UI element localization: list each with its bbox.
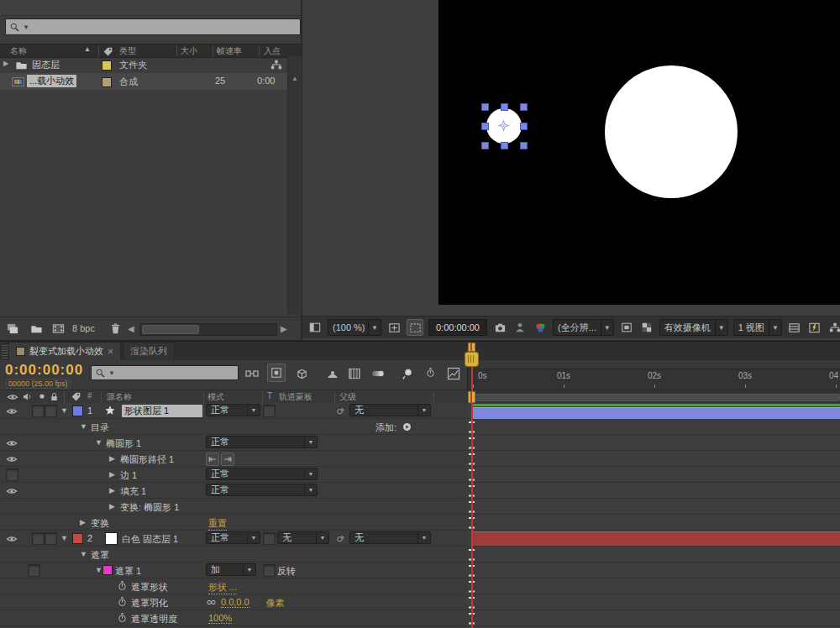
layer1-duration-bar[interactable] <box>471 407 840 419</box>
t-column[interactable]: T <box>267 391 272 400</box>
property-row[interactable]: ▶填充 1正常▼ <box>0 483 467 499</box>
parent-dropdown[interactable]: 无▼ <box>349 531 431 544</box>
selection-handle[interactable] <box>520 142 528 149</box>
trkmat-checkbox[interactable] <box>263 532 276 545</box>
transparency-grid-icon[interactable] <box>639 320 654 335</box>
property-row[interactable]: 遮罩透明度100% <box>0 610 467 626</box>
property-row[interactable]: ▶变换重置 <box>0 515 467 531</box>
grid-guides-icon[interactable] <box>787 320 802 335</box>
delete-icon[interactable] <box>109 322 122 335</box>
work-area-start-marker[interactable] <box>468 343 475 352</box>
track-row[interactable] <box>467 531 840 547</box>
hscroll-right-icon[interactable]: ▶ <box>281 323 287 335</box>
twirl-open-icon[interactable]: ▼ <box>60 534 68 542</box>
blend-mode-dropdown[interactable]: 正常▼ <box>206 531 260 544</box>
track-row[interactable] <box>467 563 840 578</box>
time-ruler[interactable]: 0s01s02s03s04 <box>467 360 840 390</box>
active-camera-dropdown[interactable]: 有效摄像机 ▼ <box>659 319 728 336</box>
track-row[interactable] <box>467 547 840 563</box>
selection-handle[interactable] <box>481 142 489 149</box>
track-row[interactable] <box>467 467 840 483</box>
motion-blur-icon[interactable] <box>371 367 385 380</box>
path-direction-right-icon[interactable] <box>221 453 234 466</box>
trkmat-column[interactable]: 轨道蒙板 <box>279 391 312 403</box>
twirl-closed-icon[interactable]: ▶ <box>109 502 115 510</box>
timeline-search-input[interactable]: ▼ <box>91 365 239 380</box>
project-vertical-scrollbar[interactable]: ▲ <box>287 56 302 315</box>
current-time-display[interactable]: 0:00:00:00 <box>5 362 83 379</box>
row-name[interactable]: 填充 1 <box>120 485 146 498</box>
row-name[interactable]: 边 1 <box>120 469 137 482</box>
property-value[interactable]: 100% <box>208 613 232 624</box>
track-row[interactable] <box>467 578 840 594</box>
property-value[interactable]: 重置 <box>208 517 227 531</box>
current-time-indicator-handle[interactable] <box>465 352 479 367</box>
visibility-eye-icon[interactable] <box>6 437 18 449</box>
property-row[interactable]: ▼椭圆形 1正常▼ <box>0 435 467 451</box>
column-size[interactable]: 大小 <box>181 45 197 57</box>
row-name[interactable]: 遮罩 <box>91 549 109 562</box>
project-horizontal-scrollbar[interactable] <box>139 323 277 336</box>
lock-checkbox[interactable] <box>45 405 57 417</box>
row-name[interactable]: 目录 <box>91 421 109 434</box>
track-row[interactable] <box>467 419 840 435</box>
mask-color-chip[interactable] <box>102 565 113 575</box>
project-search-input[interactable]: ▼ <box>5 18 301 35</box>
snapshot-icon[interactable] <box>492 320 507 335</box>
target-region-icon[interactable] <box>619 320 634 335</box>
label-color-chip[interactable] <box>102 77 112 87</box>
dimension-link-icon[interactable] <box>206 597 217 608</box>
resolution-dropdown[interactable]: (全分辨... ▼ <box>553 319 614 336</box>
property-row[interactable]: ▼目录添加: <box>0 419 467 435</box>
row-name[interactable]: 形状图层 1 <box>122 405 202 417</box>
graph-editor-icon[interactable] <box>447 367 460 380</box>
marker-strip[interactable] <box>468 360 840 369</box>
property-value[interactable]: 形状 ... <box>208 581 237 594</box>
region-of-interest-icon[interactable] <box>407 319 423 336</box>
visibility-checkbox[interactable] <box>6 468 18 481</box>
row-name[interactable]: 遮罩羽化 <box>131 597 168 610</box>
invert-checkbox[interactable] <box>263 564 276 577</box>
track-row[interactable] <box>467 435 840 451</box>
track-row[interactable] <box>467 499 840 515</box>
audio-column-icon[interactable] <box>22 391 33 402</box>
twirl-closed-icon[interactable]: ▶ <box>109 454 115 463</box>
parent-column[interactable]: 父级 <box>339 391 356 403</box>
selection-handle[interactable] <box>501 103 508 111</box>
source-name-column[interactable]: 源名称 <box>107 391 132 403</box>
track-row[interactable] <box>467 515 840 531</box>
lock-checkbox[interactable] <box>45 532 57 545</box>
twirl-open-icon[interactable]: ▼ <box>80 422 87 431</box>
view-count-dropdown[interactable]: 1 视图 ▼ <box>733 319 782 336</box>
frame-blend-icon[interactable] <box>326 367 339 380</box>
show-channel-icon[interactable] <box>533 320 548 335</box>
property-row[interactable]: 遮罩形状形状 ... <box>0 578 467 594</box>
parent-dropdown[interactable]: 无▼ <box>349 404 431 416</box>
stopwatch-icon[interactable] <box>117 596 128 607</box>
layer-row[interactable]: ▼2白色 固态层 1正常▼无▼无▼ <box>0 531 467 547</box>
parent-pickwhip-icon[interactable] <box>336 405 347 416</box>
project-item-row[interactable]: ▶固态层文件夹 <box>0 56 287 73</box>
selection-handle[interactable] <box>481 123 489 130</box>
tab-render-queue[interactable]: 渲染队列 <box>123 342 175 360</box>
track-row[interactable] <box>467 451 840 467</box>
safe-margins-icon[interactable] <box>386 320 402 335</box>
row-name[interactable]: 白色 固态层 1 <box>122 533 178 546</box>
viewer-timecode[interactable]: 0:00:00:00 <box>428 319 487 336</box>
label-column-icon[interactable] <box>71 391 81 402</box>
auto-keyframe-icon[interactable] <box>425 367 436 378</box>
blend-mode-dropdown[interactable]: 正常▼ <box>206 436 318 448</box>
row-name[interactable]: 椭圆形路径 1 <box>120 453 174 466</box>
label-color-chip[interactable] <box>102 60 112 71</box>
blend-mode-dropdown[interactable]: 正常▼ <box>206 404 260 416</box>
bit-depth-indicator[interactable]: 8 bpc <box>72 323 95 333</box>
panel-grip[interactable] <box>2 343 8 358</box>
track-row[interactable] <box>467 594 840 610</box>
column-frame-rate[interactable]: 帧速率 <box>217 45 242 57</box>
lock-column-icon[interactable] <box>49 391 60 402</box>
stopwatch-icon[interactable] <box>117 580 128 591</box>
composition-canvas[interactable] <box>438 0 840 305</box>
property-row[interactable]: ▼遮罩 1加▼反转 <box>0 563 467 578</box>
project-item-name[interactable]: 固态层 <box>32 59 60 71</box>
row-name[interactable]: 变换: 椭圆形 1 <box>120 501 179 514</box>
